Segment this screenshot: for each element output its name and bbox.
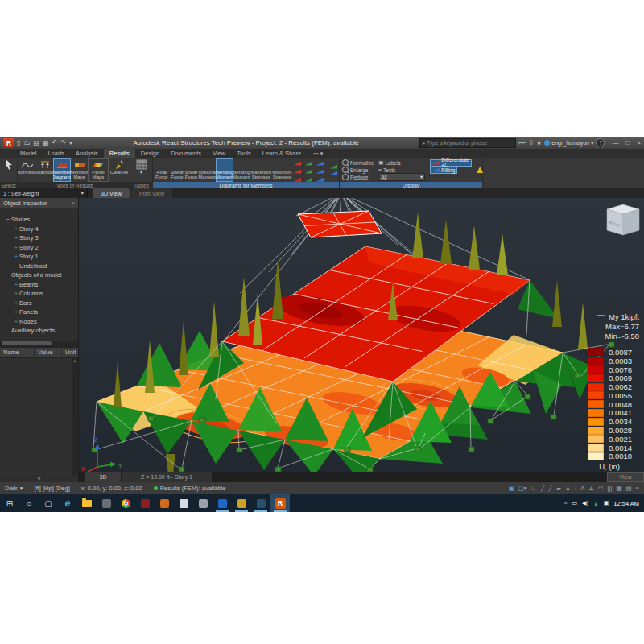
print-icon[interactable]: ▦ xyxy=(43,139,49,147)
taskbar-cortana[interactable]: ○ xyxy=(19,494,39,512)
stress-icon[interactable] xyxy=(316,175,327,182)
enlarge-button[interactable]: Enlarge xyxy=(342,167,374,173)
vertical-scrollbar[interactable]: ▲ xyxy=(72,358,78,476)
menu-tab-results[interactable]: Results xyxy=(104,149,135,158)
snap-text-icon[interactable]: I xyxy=(575,485,576,492)
open-icon[interactable]: 🗀 xyxy=(23,139,30,147)
menu-tab-learn-share[interactable]: Learn & Share xyxy=(257,149,307,158)
list-menu-icon[interactable]: ≡ xyxy=(636,485,639,492)
undo-icon[interactable]: ↶ xyxy=(52,139,58,147)
menu-tab-model[interactable]: Model xyxy=(14,149,42,158)
differentiate-toggle[interactable]: Differentiate +/- xyxy=(430,159,472,167)
minimum-stresses-button[interactable]: Minimum Stresses xyxy=(272,158,292,182)
menu-tab-loads[interactable]: Loads xyxy=(42,149,69,158)
plus-expander-icon[interactable]: + xyxy=(13,308,19,316)
grid-icon[interactable]: ▦ xyxy=(616,485,621,492)
plus-expander-icon[interactable]: + xyxy=(13,290,19,297)
select-tool-button[interactable] xyxy=(0,158,17,182)
snap-arc-icon[interactable]: ◠ xyxy=(598,485,604,492)
extra-diagram-buttons[interactable] xyxy=(328,158,339,182)
display-icon[interactable]: ▭ xyxy=(572,500,577,506)
layer-select-icon[interactable]: ▣ xyxy=(509,485,514,492)
download-icon[interactable]: ⇩ xyxy=(528,139,534,147)
clear-all-button[interactable]: Clear All xyxy=(109,158,130,182)
shear-force-fy-button[interactable]: Shear Force xyxy=(170,158,184,182)
menu-tab-documents[interactable]: Documents xyxy=(165,149,207,158)
maximize-button[interactable]: □ xyxy=(625,139,630,147)
minus-expander-icon[interactable]: − xyxy=(5,216,11,223)
menu-tab-tools[interactable]: Tools xyxy=(231,149,257,158)
taskbar-app-orange[interactable] xyxy=(155,494,174,512)
reactions-button[interactable]: Reactions xyxy=(37,158,53,182)
save-icon[interactable]: ▤ xyxy=(33,139,39,147)
help-button[interactable]: ? xyxy=(596,138,605,147)
shear-force-fz-button[interactable]: Shear Force xyxy=(184,158,198,182)
tab-3d-view[interactable]: 3D View xyxy=(93,188,130,198)
tree-item-story-4[interactable]: +Story 4 xyxy=(0,225,78,234)
tab-3d[interactable]: 3D xyxy=(85,472,121,482)
tree-item-nodes[interactable]: +Nodes xyxy=(0,317,78,327)
tree-item-bars[interactable]: +Bars xyxy=(0,299,78,308)
box-select-icon[interactable]: ▢▾ xyxy=(518,485,527,492)
taskbar-task-view[interactable]: ▢ xyxy=(39,494,58,512)
panel-resize-handle[interactable]: ▼ xyxy=(0,475,78,482)
stress-icon[interactable] xyxy=(316,167,327,174)
new-document-icon[interactable]: ▯ xyxy=(17,139,20,147)
horizontal-scrollbar[interactable] xyxy=(0,341,78,347)
deformations-button[interactable]: Deformations xyxy=(18,158,37,182)
taskbar-app-gray[interactable] xyxy=(193,494,213,512)
app-menu-button[interactable]: R xyxy=(3,138,14,148)
plus-expander-icon[interactable]: + xyxy=(13,234,19,242)
menu-tab-analysis[interactable]: Analysis xyxy=(70,149,104,158)
tab-story-level[interactable]: Z = 10.00 ft - Story 1 xyxy=(122,472,212,482)
normalize-button[interactable]: Normalize xyxy=(342,159,374,166)
panel-maps-button[interactable]: Panel Maps xyxy=(88,158,109,182)
stress-icon[interactable] xyxy=(305,175,316,182)
filling-toggle[interactable]: Filling xyxy=(430,167,457,174)
tree-item-undefined[interactable]: Undefined xyxy=(0,262,78,271)
close-button[interactable]: × xyxy=(637,139,641,147)
draft-line-2-icon[interactable]: ╱ xyxy=(548,485,552,492)
labels-button[interactable]: ▣Labels xyxy=(378,159,425,166)
member-diagrams-button[interactable]: Member Diagrams xyxy=(53,158,71,182)
taskbar-app-blue[interactable] xyxy=(213,494,232,512)
axial-force-button[interactable]: Axial Force xyxy=(153,158,170,182)
taskbar-chrome[interactable] xyxy=(116,494,135,512)
view-cube[interactable]: RIGHT xyxy=(607,204,639,235)
snap-vertex-icon[interactable]: ▲ xyxy=(565,485,571,492)
taskbar-store[interactable] xyxy=(97,494,116,512)
tree-item-stories[interactable]: −Stories xyxy=(0,215,78,225)
plus-expander-icon[interactable]: + xyxy=(13,253,19,260)
taskbar-app-navy[interactable] xyxy=(251,494,270,512)
viewport-3d[interactable]: Z Y X RIGHT xyxy=(79,198,644,472)
taskbar-calculator[interactable] xyxy=(174,494,193,512)
menu-tab-view[interactable]: View xyxy=(207,149,231,158)
tree-item-columns[interactable]: +Columns xyxy=(0,289,78,299)
member-maps-button[interactable]: Member Maps xyxy=(71,158,88,182)
tables-button[interactable]: ▾ xyxy=(130,158,152,182)
bending-moment-my-button[interactable]: Bending Moment xyxy=(216,158,233,182)
tree-item-story-1[interactable]: +Story 1 xyxy=(0,252,78,262)
drive-icon[interactable]: ▲ xyxy=(593,501,599,506)
draft-line-icon[interactable]: ╱ xyxy=(541,485,545,492)
close-icon[interactable]: × xyxy=(72,200,75,206)
diagram-icon[interactable] xyxy=(330,165,337,169)
notification-icon[interactable]: ▣ xyxy=(604,500,609,506)
taskbar-file-explorer[interactable] xyxy=(77,494,97,512)
tree-item-beams[interactable]: +Beams xyxy=(0,280,78,290)
tree-item-story-2[interactable]: +Story 2 xyxy=(0,243,78,253)
columns-icon[interactable]: ||| xyxy=(608,485,613,492)
minus-expander-icon[interactable]: − xyxy=(5,271,11,279)
plus-expander-icon[interactable]: + xyxy=(13,225,19,233)
favorites-star-icon[interactable]: ★ xyxy=(536,139,542,147)
taskbar-app-red[interactable] xyxy=(135,494,155,512)
volume-icon[interactable]: ◀) xyxy=(582,500,588,506)
customize-dropdown-icon[interactable]: ▾ xyxy=(69,139,72,147)
stress-icon[interactable] xyxy=(305,159,316,166)
plus-expander-icon[interactable]: + xyxy=(13,318,19,325)
view-panel-label[interactable]: View xyxy=(607,472,644,482)
texts-button[interactable]: ≡Texts xyxy=(378,167,425,173)
tree-item-panels[interactable]: +Panels xyxy=(0,308,78,317)
redo-icon[interactable]: ↷ xyxy=(60,139,66,147)
stress-icon[interactable] xyxy=(294,175,304,182)
